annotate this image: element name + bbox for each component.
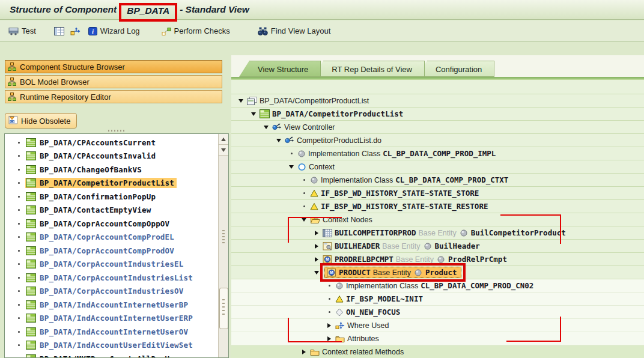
tree-row[interactable]: Context [231, 160, 644, 174]
expand-arrow-icon[interactable] [313, 244, 320, 249]
view-table-icon [26, 259, 36, 268]
tree-row[interactable]: CompetitorProductList.do [231, 134, 644, 147]
view-list-item[interactable]: BP_DATA/IndAccountInternetUserERP [5, 312, 218, 326]
tree-row[interactable]: Implementation Class CL_BP_DATA_COMP_PRO… [231, 174, 644, 187]
hide-obsolete-button[interactable]: Hide Obsolete [5, 113, 77, 129]
title-bar: Structure of ComponentBP_DATA- Standard … [0, 0, 644, 20]
tree-row[interactable]: IF_BSP_MODEL~INIT [231, 293, 644, 306]
view-list-item[interactable]: BP_DATA/CoprAccountCompProdEL [5, 231, 218, 244]
bullet-icon [18, 263, 20, 265]
annotation-line [288, 318, 289, 342]
tree-row[interactable]: IF_BSP_WD_HISTORY_STATE~STATE_STORE [231, 187, 644, 200]
splitter-grip[interactable] [108, 130, 125, 132]
view-list-item[interactable]: BP_DATA/IndAccountUserEditViewSet [5, 339, 218, 353]
expand-arrow-icon[interactable] [300, 350, 308, 354]
tree-node-text: Product [425, 268, 457, 277]
tree-row[interactable]: Context related Methods [231, 345, 644, 358]
hierarchy-icon [8, 77, 16, 86]
view-list-item[interactable]: BP_DATA/CorpAccountIndustriesOV [5, 285, 218, 299]
svg-text:M: M [330, 270, 333, 275]
view-list-item-content: BP_DATA/CorpAccountIndustriesEL [25, 259, 186, 269]
expand-arrow-icon[interactable] [313, 257, 320, 262]
collapse-arrow-icon[interactable] [300, 218, 308, 222]
view-list-item[interactable]: BP_DATA/CoprAccountCompProdOV [5, 244, 218, 258]
sidebar-item-component-structure-browser[interactable]: Component Structure Browser [5, 60, 222, 73]
view-table-icon [26, 341, 36, 350]
view-list-item-selected[interactable]: BP_DATA/CompetitorProductList [5, 177, 218, 190]
collapse-arrow-icon[interactable] [313, 271, 320, 275]
collapse-arrow-icon[interactable] [237, 99, 245, 103]
view-table-icon [26, 300, 36, 309]
view-table-icon [26, 219, 36, 228]
view-list-item-content: BP_DATA/MKTPermCreateAllPopUp [25, 354, 177, 358]
scrollbar-thumb[interactable] [219, 288, 228, 329]
view-list-item[interactable]: BP_DATA/MKTPermCreateAllPopUp [5, 352, 218, 358]
tree-row-selected[interactable]: MPRODUCT Base Entity Product [231, 266, 644, 279]
sphere-icon [310, 176, 318, 184]
view-list-item[interactable]: BP_DATA/CorpAccountIndustriesList [5, 271, 218, 285]
view-list-item[interactable]: BP_DATA/CoprAccountCompOppOV [5, 217, 218, 231]
tree-row[interactable]: BP_DATA/CompetitorProductList [231, 108, 644, 121]
toolbar-button-perform-checks[interactable]: Perform Checks [162, 26, 230, 35]
tree-row[interactable]: BP_DATA/CompetitorProductList [231, 94, 644, 108]
diamond-icon [335, 308, 344, 317]
view-list-item[interactable]: BP_DATA/IndAccountInternetUserOV [5, 325, 218, 339]
tree-row[interactable]: BUILCOMPETITORPROD Base Entity BuilCompe… [231, 226, 644, 240]
view-list: BP_DATA/CPAccountsCurrentBP_DATA/CPAccou… [4, 133, 229, 358]
collapse-arrow-icon[interactable] [275, 139, 282, 142]
toolbar-button-wizard-log[interactable]: iWizard Log [88, 26, 140, 35]
collapse-arrow-icon[interactable] [263, 126, 270, 129]
scroll-down-button[interactable] [219, 145, 228, 156]
scrollbar-grip[interactable] [222, 230, 225, 243]
view-name: BP_DATA/CompetitorProductList [40, 178, 174, 187]
tree-row[interactable]: Attributes [231, 332, 644, 345]
view-list-item[interactable]: BP_DATA/CPAccountsInvalid [5, 150, 218, 163]
sidebar: Component Structure BrowserBOL Model Bro… [5, 60, 222, 129]
view-list-item[interactable]: BP_DATA/CPAccountsCurrent [5, 136, 218, 150]
view-list-item[interactable]: BP_DATA/ChangeOfBankVS [5, 163, 218, 177]
leaf-bullet-icon [300, 179, 308, 181]
collapse-arrow-icon[interactable] [250, 112, 257, 116]
expand-arrow-icon[interactable] [313, 231, 320, 235]
toolbar-button-test[interactable]: Test [8, 26, 36, 35]
toolbar-button-find-view-layout[interactable]: Find View Layout [258, 26, 331, 35]
view-name: BP_DATA/CPAccountsInvalid [40, 151, 156, 160]
view-list-rows: BP_DATA/CPAccountsCurrentBP_DATA/CPAccou… [5, 136, 218, 358]
sphere-icon [414, 268, 422, 277]
tree-row[interactable]: Context Nodes [231, 213, 644, 226]
view-list-item[interactable]: BP_DATA/IndAccountInternetUserBP [5, 298, 218, 312]
toolbar: TestiWizard LogPerform ChecksFind View L… [0, 20, 644, 42]
tab-rt-rep-details-of-view[interactable]: RT Rep Details of View [313, 61, 425, 77]
perform-checks-icon [162, 27, 171, 35]
tree-node-text: Base Entity [373, 268, 411, 277]
expand-arrow-icon[interactable] [326, 336, 333, 341]
tab-view-structure[interactable]: View Structure [239, 61, 321, 77]
collapse-arrow-icon[interactable] [288, 165, 295, 169]
table-blue-icon [323, 229, 332, 237]
sidebar-item-runtime-repository-editor[interactable]: Runtime Repository Editor [5, 90, 222, 103]
scrollbar[interactable] [218, 134, 228, 357]
tree-row[interactable]: BUILHEADER Base Entity BuilHeader [231, 240, 644, 253]
view-table-icon [26, 165, 36, 174]
bullet-icon [18, 250, 20, 252]
bullet-icon [18, 209, 20, 211]
tree-row[interactable]: View Controller [231, 121, 644, 134]
tab-label: Configuration [436, 65, 482, 74]
tree-row[interactable]: IF_BSP_WD_HISTORY_STATE~STATE_RESTORE [231, 200, 644, 213]
tree-row[interactable]: ON_NEW_FOCUS [231, 306, 644, 319]
toolbar-button-structure-icon[interactable] [70, 27, 80, 35]
view-table-icon [26, 246, 36, 255]
toolbar-button-layout-table-icon[interactable] [54, 27, 64, 35]
view-list-item-content: BP_DATA/CPAccountsInvalid [25, 151, 158, 161]
expand-arrow-icon[interactable] [326, 323, 333, 328]
scroll-up-button[interactable] [219, 134, 228, 145]
view-list-item[interactable]: BP_DATA/CorpAccountIndustriesEL [5, 258, 218, 272]
view-list-item[interactable]: BP_DATA/ContactEmptyView [5, 204, 218, 217]
annotation-line [500, 214, 561, 216]
controller-icon [272, 123, 282, 132]
tab-configuration[interactable]: Configuration [417, 61, 494, 77]
sidebar-item-bol-model-browser[interactable]: BOL Model Browser [5, 75, 222, 88]
tree-row[interactable]: Where Used [231, 319, 644, 332]
tree-row[interactable]: Implementation Class CL_BP_DATA_COMP_PRO… [231, 147, 644, 160]
view-list-item[interactable]: BP_DATA/ConfirmationPopUp [5, 190, 218, 204]
